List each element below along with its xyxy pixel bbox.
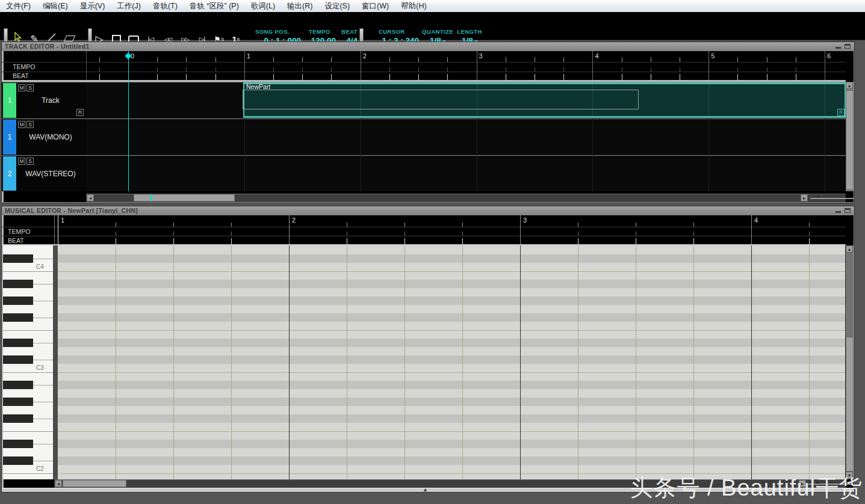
black-key[interactable] <box>3 398 33 406</box>
ruler-beat-tick <box>796 67 796 72</box>
ruler-beat-tick <box>389 74 390 80</box>
white-key[interactable] <box>3 288 53 297</box>
ruler-beat-tick <box>622 67 622 72</box>
piano-keyboard[interactable]: C4C3C2 <box>3 245 53 479</box>
ruler-beat-tick <box>651 57 651 62</box>
black-key[interactable] <box>3 254 33 263</box>
grid-octave-line <box>58 271 846 272</box>
white-key[interactable] <box>3 448 53 456</box>
black-key[interactable] <box>3 381 33 389</box>
scroll-left-button[interactable]: ◂ <box>87 194 94 201</box>
musical-editor-titlebar[interactable]: MUSICAL EDITOR - NewPart [Tianyi_CHN] <box>2 206 854 215</box>
white-key[interactable] <box>3 465 53 473</box>
ruler-beat-tick <box>636 223 636 227</box>
h-scroll-thumb[interactable] <box>134 194 235 201</box>
minimize-button[interactable] <box>836 211 841 213</box>
ruler-beat-tick <box>622 74 622 80</box>
ruler-beat-tick <box>693 238 694 244</box>
black-key[interactable] <box>3 313 33 322</box>
menu-item[interactable]: 音轨 “区段” (P) <box>184 1 245 12</box>
menu-item[interactable]: 帮助(H) <box>395 1 432 12</box>
record-ready-button[interactable]: R <box>76 109 84 116</box>
white-key[interactable] <box>3 473 53 479</box>
scroll-right-button[interactable]: ▸ <box>801 194 808 201</box>
part-measure-line <box>825 84 825 116</box>
v-scroll-thumb[interactable] <box>846 90 854 190</box>
ruler-measure-line <box>520 215 521 244</box>
window-controls <box>836 43 852 50</box>
white-key[interactable] <box>3 389 53 398</box>
maximize-button[interactable] <box>845 208 851 213</box>
grid-row-black <box>58 440 846 448</box>
white-key[interactable] <box>3 263 53 271</box>
grid-beat-line <box>636 245 636 479</box>
scroll-left-button[interactable]: ◂ <box>55 480 62 487</box>
black-key[interactable] <box>3 297 33 305</box>
track-editor-titlebar[interactable]: TRACK EDITOR - Untitled1 <box>2 42 854 51</box>
white-key[interactable] <box>3 322 53 330</box>
timeline-ruler[interactable] <box>86 51 846 80</box>
white-key[interactable] <box>3 406 53 414</box>
menu-item[interactable]: 歌词(L) <box>245 1 281 12</box>
track-header[interactable]: 2MSWAV(STEREO) <box>2 156 86 191</box>
grid-measure-line <box>751 245 752 479</box>
track-editor-window: TRACK EDITOR - Untitled1TEMPOBEAT0123456… <box>2 42 854 203</box>
ruler-beat-tick <box>462 238 463 244</box>
white-key[interactable] <box>3 423 53 431</box>
white-key[interactable] <box>3 364 53 372</box>
ruler-beat-tick <box>331 74 332 80</box>
black-key[interactable] <box>3 414 33 423</box>
white-key[interactable] <box>3 246 53 254</box>
grid-beat-line <box>116 245 116 479</box>
track-header[interactable]: 1MSTrackR <box>2 82 86 118</box>
ruler-beat-tick <box>693 223 694 227</box>
splitter-handle-icon[interactable]: ▲ <box>423 487 428 493</box>
v-scroll-thumb[interactable] <box>846 337 854 472</box>
white-key[interactable] <box>3 347 53 355</box>
ruler-beat-tick <box>737 74 738 80</box>
key-divider <box>33 444 53 444</box>
scroll-up-button[interactable]: ▴ <box>846 245 853 253</box>
menu-item[interactable]: 文件(F) <box>0 1 37 12</box>
black-key[interactable] <box>3 440 33 448</box>
track-lane[interactable] <box>86 156 846 191</box>
track-header[interactable]: 1MSWAV(MONO) <box>2 119 86 155</box>
white-key[interactable] <box>3 271 53 280</box>
maximize-button[interactable] <box>845 44 851 49</box>
ruler-measure-number: 4 <box>754 217 758 224</box>
ruler-measure-line <box>289 215 290 244</box>
h-scroll-thumb[interactable] <box>63 480 126 487</box>
menu-item[interactable]: 编辑(E) <box>37 1 74 12</box>
black-key[interactable] <box>3 280 33 288</box>
track-lane[interactable] <box>86 119 846 155</box>
piano-roll-grid[interactable] <box>58 245 846 479</box>
ruler-measure-number: 1 <box>247 52 250 60</box>
white-key[interactable] <box>3 431 53 440</box>
ruler-beat-tick <box>215 57 216 62</box>
black-key[interactable] <box>3 355 33 364</box>
ruler-beat-tick <box>186 74 187 80</box>
white-key[interactable] <box>3 372 53 381</box>
ruler-row-line <box>2 236 846 236</box>
menu-item[interactable]: 设定(S) <box>318 1 356 12</box>
minimize-button[interactable] <box>836 47 841 49</box>
menu-item[interactable]: 工作(J) <box>111 1 147 12</box>
musical-editor-window: MUSICAL EDITOR - NewPart [Tianyi_CHN]TEM… <box>2 206 854 492</box>
scroll-up-button[interactable]: ▴ <box>846 82 853 89</box>
menu-item[interactable]: 音轨(T) <box>147 1 184 12</box>
ruler-measure-number: 4 <box>595 52 598 60</box>
white-key[interactable] <box>3 330 53 339</box>
ruler-beat-tick <box>273 57 274 62</box>
zoom-slider-handle-icon[interactable]: ▲ <box>816 193 821 199</box>
menu-item[interactable]: 显示(V) <box>74 1 111 12</box>
black-key[interactable] <box>3 456 33 465</box>
ruler-beat-tick <box>680 67 680 72</box>
menu-item[interactable]: 窗口(W) <box>356 1 395 12</box>
display-label: CURSOR <box>379 28 419 35</box>
track-name: WAV(MONO) <box>16 119 85 155</box>
white-key[interactable] <box>3 305 53 313</box>
ruler-beat-tick <box>418 74 419 80</box>
black-key[interactable] <box>3 339 33 347</box>
menu-item[interactable]: 输出(R) <box>281 1 318 12</box>
menu-bar: 文件(F)编辑(E)显示(V)工作(J)音轨(T)音轨 “区段” (P)歌词(L… <box>0 0 865 13</box>
